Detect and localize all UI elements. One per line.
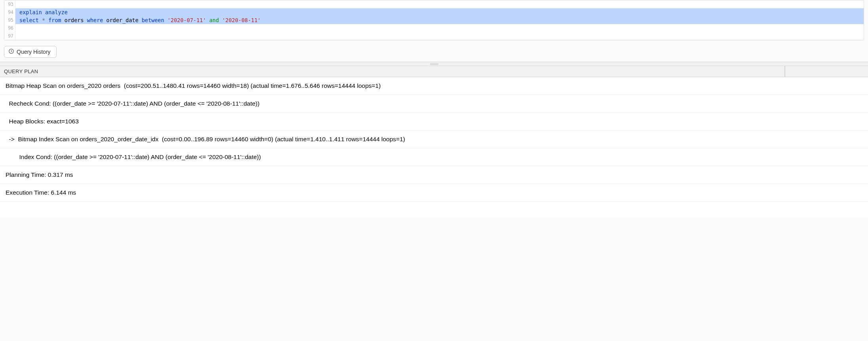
- query-plan-results: Bitmap Heap Scan on orders_2020 orders (…: [0, 77, 868, 218]
- code-content[interactable]: [15, 32, 864, 40]
- code-line[interactable]: 97: [4, 32, 864, 40]
- code-line[interactable]: 93: [4, 0, 864, 8]
- query-plan-row[interactable]: Planning Time: 0.317 ms: [0, 166, 868, 184]
- query-plan-row[interactable]: Index Cond: ((order_date >= '2020-07-11'…: [0, 148, 868, 166]
- code-content[interactable]: [15, 0, 864, 8]
- pane-divider[interactable]: [0, 62, 868, 66]
- code-line[interactable]: 95select * from orders where order_date …: [4, 16, 864, 24]
- line-number: 93: [4, 0, 15, 8]
- query-plan-row[interactable]: Execution Time: 6.144 ms: [0, 184, 868, 202]
- code-content[interactable]: [15, 24, 864, 32]
- code-content[interactable]: explain analyze: [15, 8, 864, 16]
- line-number: 96: [4, 24, 15, 32]
- toolbar-row: Query History: [0, 44, 868, 62]
- query-history-button[interactable]: Query History: [4, 46, 57, 58]
- code-line[interactable]: 96: [4, 24, 864, 32]
- code-line[interactable]: 94explain analyze: [4, 8, 864, 16]
- query-plan-row[interactable]: Heap Blocks: exact=1063: [0, 113, 868, 131]
- drag-handle-icon: [430, 63, 439, 65]
- line-number: 95: [4, 16, 15, 24]
- results-column-header[interactable]: QUERY PLAN: [0, 66, 785, 77]
- query-plan-row[interactable]: -> Bitmap Index Scan on orders_2020_orde…: [0, 131, 868, 148]
- clock-icon: [8, 48, 14, 55]
- empty-row: [0, 202, 868, 218]
- query-plan-row[interactable]: Bitmap Heap Scan on orders_2020 orders (…: [0, 77, 868, 95]
- results-header-spacer: [785, 66, 868, 77]
- query-history-label: Query History: [17, 49, 51, 55]
- code-content[interactable]: select * from orders where order_date be…: [15, 16, 864, 24]
- line-number: 97: [4, 32, 15, 40]
- results-header-row: QUERY PLAN: [0, 66, 868, 77]
- query-plan-row[interactable]: Recheck Cond: ((order_date >= '2020-07-1…: [0, 95, 868, 113]
- sql-editor[interactable]: 9394explain analyze95select * from order…: [4, 0, 864, 40]
- line-number: 94: [4, 8, 15, 16]
